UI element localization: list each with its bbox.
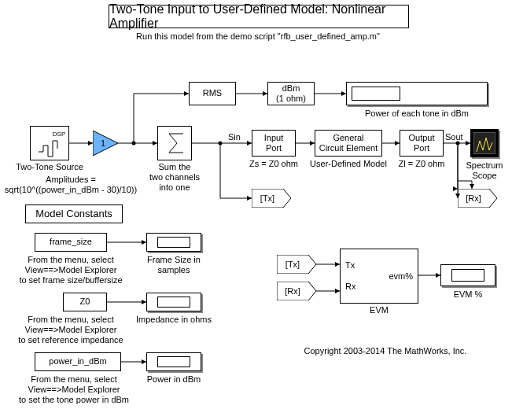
from-rx[interactable]: [Rx] bbox=[277, 282, 316, 300]
block-output-port[interactable]: Output Port bbox=[400, 130, 444, 157]
display-evm-caption: EVM % bbox=[440, 289, 495, 300]
display-z0[interactable] bbox=[146, 293, 201, 311]
block-rms[interactable]: RMS bbox=[189, 82, 236, 105]
const-frame-block[interactable]: frame_size bbox=[35, 233, 107, 252]
svg-marker-3 bbox=[252, 189, 291, 208]
svg-text:[Tx]: [Tx] bbox=[285, 260, 300, 269]
const-z0-note: From the menu, select View==>Model Explo… bbox=[16, 315, 126, 346]
svg-text:[Tx]: [Tx] bbox=[260, 193, 274, 203]
sum-caption: Sum the two channels into one bbox=[148, 162, 201, 193]
display-power-in[interactable] bbox=[146, 352, 201, 371]
display-power[interactable] bbox=[346, 82, 488, 105]
output-port-note: Zl = Z0 ohm bbox=[392, 159, 451, 169]
display-evm[interactable] bbox=[440, 264, 495, 286]
svg-text:[Rx]: [Rx] bbox=[466, 193, 481, 203]
model-title-box: Two-Tone Input to User-Defined Model: No… bbox=[109, 5, 409, 28]
block-input-port[interactable]: Input Port bbox=[252, 130, 296, 157]
block-dbm[interactable]: dBm (1 ohm) bbox=[267, 82, 315, 105]
svg-point-11 bbox=[132, 142, 136, 146]
signal-sout: Sout bbox=[445, 132, 469, 142]
two-tone-note: Amplitudes = sqrt(10^((power_in_dBm - 30… bbox=[0, 175, 142, 195]
svg-text:1: 1 bbox=[101, 138, 105, 148]
display-power-in-caption: Power in dBm bbox=[138, 374, 209, 385]
block-spectrum-scope[interactable] bbox=[470, 129, 499, 157]
svg-marker-1 bbox=[93, 131, 118, 156]
display-power-caption: Power of each tone in dBm bbox=[346, 109, 488, 119]
display-z0-caption: Impedance in ohms bbox=[131, 315, 217, 325]
display-frame-caption: Frame Size in samples bbox=[131, 255, 217, 275]
model-subtitle: Run this model from the demo script "rfb… bbox=[109, 31, 407, 42]
two-tone-name: Two-Tone Source bbox=[11, 162, 88, 172]
const-power-note: From the menu, select View==>Model Explo… bbox=[11, 374, 137, 406]
block-ckt[interactable]: General Circuit Element bbox=[315, 130, 382, 157]
const-frame-note: From the menu, select View==>Model Explo… bbox=[16, 255, 126, 286]
svg-marker-5 bbox=[458, 189, 497, 208]
evm-port-rx: Rx bbox=[345, 282, 355, 292]
svg-point-12 bbox=[219, 142, 223, 146]
input-port-note: Zs = Z0 ohm bbox=[244, 159, 304, 169]
svg-marker-9 bbox=[277, 282, 316, 300]
block-sum[interactable] bbox=[157, 126, 192, 160]
model-title: Two-Tone Input to User-Defined Model: No… bbox=[109, 2, 408, 31]
signal-sin: Sin bbox=[228, 132, 252, 142]
svg-text:[Rx]: [Rx] bbox=[285, 286, 300, 296]
display-frame[interactable] bbox=[146, 233, 201, 252]
model-constants-title: Model Constants bbox=[25, 204, 123, 223]
scope-caption: Spectrum Scope bbox=[461, 160, 508, 181]
goto-tx[interactable]: [Tx] bbox=[252, 189, 291, 208]
const-power-block[interactable]: power_in_dBm bbox=[35, 352, 121, 371]
evm-caption: EVM bbox=[340, 305, 418, 315]
goto-rx[interactable]: [Rx] bbox=[458, 189, 497, 208]
evm-port-out: evm% bbox=[389, 271, 413, 282]
block-gain[interactable]: 1 bbox=[93, 131, 118, 156]
block-evm[interactable]: Tx Rx evm% bbox=[340, 249, 418, 304]
block-two-tone-source[interactable]: DSP bbox=[30, 126, 69, 160]
ckt-note: User-Defined Model bbox=[307, 159, 390, 169]
svg-text:DSP: DSP bbox=[53, 131, 65, 138]
svg-marker-7 bbox=[277, 255, 316, 274]
evm-port-tx: Tx bbox=[345, 260, 355, 271]
from-tx[interactable]: [Tx] bbox=[277, 255, 316, 274]
copyright: Copyright 2003-2014 The MathWorks, Inc. bbox=[275, 346, 495, 356]
model-canvas: Two-Tone Input to User-Defined Model: No… bbox=[0, 0, 512, 420]
const-z0-block[interactable]: Z0 bbox=[63, 293, 107, 311]
